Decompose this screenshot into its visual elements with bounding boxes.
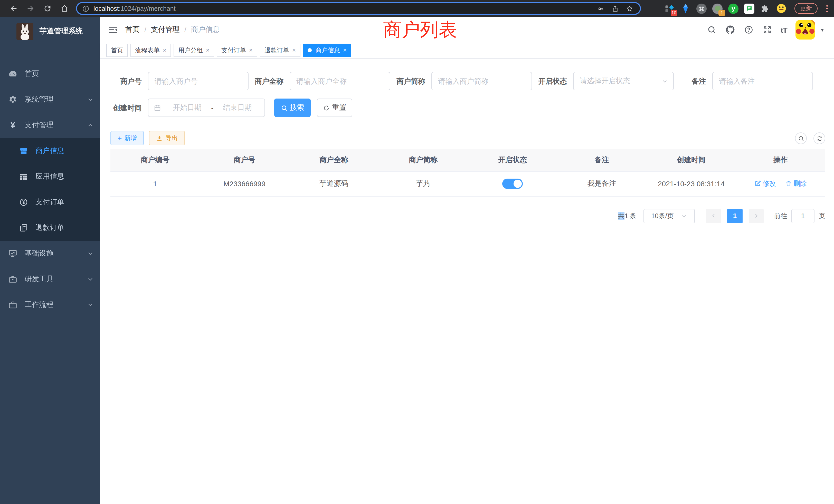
header-search-icon[interactable] <box>707 25 717 35</box>
reset-button[interactable]: 重置 <box>317 98 352 117</box>
export-button[interactable]: 导出 <box>149 131 185 145</box>
sidebar-item-dev-tools[interactable]: 研发工具 <box>0 266 100 292</box>
sidebar-item-app-info[interactable]: 应用信息 <box>0 164 100 189</box>
share-icon[interactable] <box>610 3 620 14</box>
start-date-placeholder: 开始日期 <box>166 103 209 112</box>
goto-unit: 页 <box>818 211 825 221</box>
tab-close-icon[interactable]: × <box>292 47 296 53</box>
add-button[interactable]: + 新增 <box>110 131 144 145</box>
filter-row-2: 创建时间 开始日期 - 结束日期 搜索 重置 <box>110 98 825 117</box>
sidebar-item-pay[interactable]: ¥ 支付管理 <box>0 112 100 138</box>
edit-link[interactable]: 修改 <box>754 179 776 188</box>
sidebar-item-merchant-info[interactable]: 商户信息 <box>0 138 100 164</box>
merchant-no-input[interactable] <box>148 72 248 90</box>
extension-area: 10 1 y <box>646 3 829 14</box>
browser-update-button[interactable]: 更新 <box>794 3 817 14</box>
chevron-down-icon <box>681 213 687 219</box>
browser-forward-button[interactable] <box>23 1 38 16</box>
status-toggle[interactable] <box>502 179 523 189</box>
filter-label: 商户简称 <box>394 72 431 90</box>
short-name-input[interactable] <box>431 72 532 90</box>
filter-create-time: 创建时间 开始日期 - 结束日期 <box>110 98 265 117</box>
prev-page-button[interactable] <box>706 209 721 223</box>
hamburger-icon[interactable] <box>108 25 118 35</box>
tab-close-icon[interactable]: × <box>343 47 347 53</box>
chevron-down-icon <box>87 96 94 103</box>
edit-icon <box>754 180 761 187</box>
plus-icon: + <box>117 135 122 142</box>
select-placeholder: 请选择开启状态 <box>580 76 661 86</box>
help-icon[interactable] <box>744 25 754 35</box>
sidebar-item-workflow[interactable]: 工作流程 <box>0 292 100 318</box>
sidebar-item-label: 支付订单 <box>36 198 94 207</box>
profile-emoji-icon[interactable] <box>775 3 787 14</box>
tab-close-icon[interactable]: × <box>163 47 167 53</box>
tab-merchant-info-active[interactable]: 商户信息× <box>303 44 351 57</box>
extension-proxy-icon[interactable]: 1 <box>712 3 723 14</box>
col-remark: 备注 <box>557 149 646 171</box>
page-annotation-title: 商户列表 <box>383 18 457 43</box>
filter-full-name: 商户全称 <box>252 72 390 90</box>
avatar-caret-icon[interactable]: ▾ <box>821 26 824 33</box>
extensions-puzzle-icon[interactable] <box>760 3 771 14</box>
sidebar-item-infra[interactable]: 基础设施 <box>0 241 100 266</box>
breadcrumb: 首页 / 支付管理 / 商户信息 <box>125 25 220 35</box>
sidebar-item-label: 系统管理 <box>25 95 87 104</box>
extension-notes-icon[interactable] <box>744 3 755 14</box>
browser-menu-icon[interactable] <box>826 5 828 12</box>
breadcrumb-home[interactable]: 首页 <box>125 25 140 35</box>
font-size-icon[interactable]: tT <box>781 25 787 34</box>
cell-created: 2021-10-23 08:31:14 <box>646 171 736 196</box>
sidebar-item-refund-order[interactable]: 退款订单 <box>0 215 100 241</box>
github-icon[interactable] <box>725 25 735 35</box>
search-button[interactable]: 搜索 <box>274 98 311 117</box>
date-range-picker[interactable]: 开始日期 - 结束日期 <box>148 98 265 117</box>
page-size-select[interactable]: 10条/页 <box>643 209 695 223</box>
date-separator: - <box>209 104 215 112</box>
remark-input[interactable] <box>712 72 813 90</box>
tab-pay-order[interactable]: 支付订单× <box>217 44 257 57</box>
sidebar-item-label: 应用信息 <box>36 172 94 181</box>
tab-user-group[interactable]: 用户分组× <box>174 44 214 57</box>
grid-icon <box>19 172 28 181</box>
refresh-table-button[interactable] <box>813 132 825 144</box>
site-info-icon[interactable] <box>82 5 89 12</box>
password-key-icon[interactable] <box>596 3 606 14</box>
browser-home-button[interactable] <box>57 1 71 16</box>
extension-tabs-icon[interactable]: 10 <box>664 3 675 14</box>
extension-yuque-icon[interactable]: y <box>728 3 739 14</box>
app-logo[interactable]: 芋道管理系统 <box>0 17 100 46</box>
extension-command-icon[interactable] <box>696 3 707 14</box>
tab-process-form[interactable]: 流程表单× <box>130 44 171 57</box>
full-name-input[interactable] <box>290 72 390 90</box>
tab-home[interactable]: 首页 <box>106 44 128 57</box>
page-1-button[interactable]: 1 <box>727 209 743 223</box>
tab-close-icon[interactable]: × <box>249 47 253 53</box>
delete-link[interactable]: 删除 <box>785 179 807 188</box>
status-select[interactable]: 请选择开启状态 <box>573 72 674 90</box>
user-avatar[interactable] <box>796 20 815 40</box>
browser-reload-button[interactable] <box>40 1 54 16</box>
refresh-icon <box>323 105 329 111</box>
cell-actions: 修改 删除 <box>736 171 825 196</box>
page-size-value: 10条/页 <box>651 211 674 221</box>
hide-search-button[interactable] <box>795 132 807 144</box>
goto-page-input[interactable] <box>791 209 814 223</box>
briefcase-icon <box>8 300 18 310</box>
fullscreen-icon[interactable] <box>762 25 772 35</box>
extension-gem-icon[interactable] <box>680 3 691 14</box>
tab-refund-order[interactable]: 退款订单× <box>260 44 301 57</box>
yen-circle-icon <box>19 198 28 207</box>
sidebar-item-system[interactable]: 系统管理 <box>0 87 100 112</box>
tab-close-icon[interactable]: × <box>206 47 210 53</box>
url-text[interactable]: localhost:1024/pay/merchant <box>93 5 592 12</box>
bookmark-star-icon[interactable] <box>624 3 635 14</box>
next-page-button[interactable] <box>749 209 764 223</box>
sidebar-item-home[interactable]: 首页 <box>0 61 100 87</box>
breadcrumb-pay: 支付管理 <box>151 25 180 35</box>
address-bar[interactable]: localhost:1024/pay/merchant <box>76 2 641 15</box>
sidebar-item-pay-order[interactable]: 支付订单 <box>0 189 100 215</box>
trash-icon <box>785 180 792 187</box>
filter-label: 商户全称 <box>252 72 290 90</box>
browser-back-button[interactable] <box>6 1 21 16</box>
